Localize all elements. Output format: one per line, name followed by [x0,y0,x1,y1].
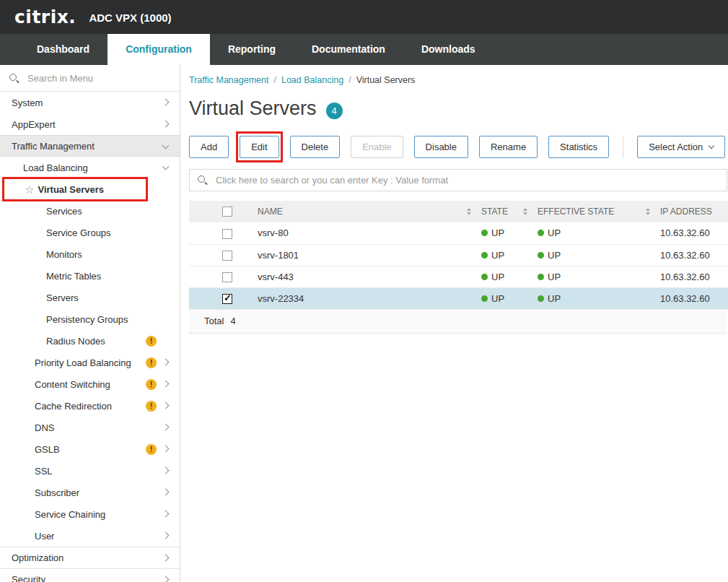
sidebar-search [0,65,180,92]
sidebar-item-service-groups[interactable]: Service Groups [0,222,180,243]
sidebar-item-security[interactable]: Security [0,568,180,582]
column-header-inner: STATE [481,207,538,217]
sort-icon[interactable] [467,208,471,215]
row-checkbox-cell [189,266,258,287]
breadcrumb-current: Virtual Servers [356,75,416,85]
sidebar-item-dns[interactable]: DNS [0,417,180,438]
select-action-button[interactable]: Select Action [637,136,725,158]
select-all-checkbox[interactable] [222,207,232,217]
sidebar-item-label: Security [12,574,45,582]
toolbar-button-wrap: Delete [290,136,341,158]
sidebar-item-optimization[interactable]: Optimization [0,547,180,568]
row-checkbox[interactable] [222,229,232,239]
sidebar-item-services[interactable]: Services [0,200,180,222]
edit-button[interactable]: Edit [240,136,279,158]
sidebar-item-label: Traffic Management [12,141,95,152]
state-indicator: UP [538,227,660,238]
sidebar-item-label: Content Switching [35,379,110,390]
chevron-right-icon [162,446,170,453]
sidebar-item-traffic-management[interactable]: Traffic Management [0,135,180,157]
table-row-vsrv-1801[interactable]: vsrv-1801UPUP10.63.32.60 [189,244,728,266]
state-indicator: UP [481,272,538,282]
table-search-input[interactable] [214,174,719,186]
status-up-dot [481,295,488,302]
disable-button[interactable]: Disable [414,136,468,158]
main-content: Traffic Management/Load Balancing/Virtua… [180,65,728,582]
sidebar-item-label: User [35,531,54,542]
nav-tabs: DashboardConfigurationReportingDocumenta… [0,34,728,65]
count-badge: 4 [326,103,343,119]
chevron-right-icon [162,532,170,539]
breadcrumb-link-load-balancing[interactable]: Load Balancing [281,75,343,85]
statistics-button[interactable]: Statistics [548,136,609,158]
sidebar-item-monitors[interactable]: Monitors [0,243,180,265]
sidebar-item-servers[interactable]: Servers [0,287,180,308]
sidebar-item-persistency-groups[interactable]: Persistency Groups [0,308,180,330]
sidebar-item-label: Optimization [12,552,63,563]
sidebar-item-label: Service Groups [46,227,111,238]
sidebar-item-content-switching[interactable]: Content Switching! [0,373,180,395]
sidebar-item-system[interactable]: System [0,92,180,113]
row-checkbox[interactable] [222,294,232,304]
tab-documentation[interactable]: Documentation [294,34,403,65]
menu-search-input[interactable] [26,72,171,84]
warning-icon: ! [146,401,157,412]
breadcrumb-link-traffic-management[interactable]: Traffic Management [189,75,268,85]
column-header-state: STATE [481,201,538,222]
sidebar-item-gslb[interactable]: GSLB! [0,438,180,460]
rename-button[interactable]: Rename [479,136,538,158]
tab-reporting[interactable]: Reporting [210,34,294,65]
enable-button: Enable [351,136,403,158]
row-checkbox[interactable] [222,251,232,261]
appliance-title: ADC VPX (1000) [89,12,171,24]
sidebar-item-subscriber[interactable]: Subscriber [0,482,180,503]
column-header-inner: EFFECTIVE STATE [538,207,660,217]
sort-icon[interactable] [646,208,650,215]
sidebar-item-label: AppExpert [12,119,56,130]
sidebar-item-virtual-servers[interactable]: ☆Virtual Servers [0,178,180,200]
chevron-right-icon [162,99,170,106]
state-label: UP [491,250,504,261]
warning-icon: ! [146,379,157,390]
table-row-vsrv-80[interactable]: vsrv-80UPUP10.63.32.60 [189,222,728,244]
chevron-right-icon [162,511,170,518]
chevron-right-icon [162,489,170,496]
tab-downloads[interactable]: Downloads [403,34,494,65]
warning-icon: ! [146,336,157,347]
sort-icon[interactable] [523,208,527,215]
cell-name: vsrv-443 [258,266,481,287]
add-button[interactable]: Add [189,136,229,158]
top-header-bar: citrix. ADC VPX (1000) [0,0,728,34]
delete-button[interactable]: Delete [290,136,341,158]
sidebar-item-metric-tables[interactable]: Metric Tables [0,265,180,287]
sidebar-item-load-balancing[interactable]: Load Balancing [0,157,180,178]
warning-icon: ! [146,357,157,368]
tab-dashboard[interactable]: Dashboard [19,34,108,65]
sidebar-item-cache-redirection[interactable]: Cache Redirection! [0,395,180,417]
chevron-right-icon [162,381,170,388]
status-up-dot [481,230,488,236]
sidebar-item-appexpert[interactable]: AppExpert [0,113,180,135]
table-row-vsrv-22334[interactable]: vsrv-22334UPUP10.63.32.60 [189,287,728,309]
favorite-star-icon[interactable]: ☆ [25,184,34,195]
sidebar-item-label: Servers [46,292,79,303]
tab-configuration[interactable]: Configuration [108,34,210,65]
sidebar-item-user[interactable]: User [0,525,180,547]
state-label: UP [548,272,561,282]
row-checkbox[interactable] [222,272,232,282]
sidebar-item-service-chaining[interactable]: Service Chaining [0,503,180,525]
sidebar-item-label: DNS [35,422,54,433]
title-row: Virtual Servers 4 [189,97,728,120]
cell-state: UP [481,287,538,309]
sidebar-item-priority-load-balancing[interactable]: Priority Load Balancing! [0,352,180,373]
sidebar-item-radius-nodes[interactable]: Radius Nodes! [0,330,180,352]
state-indicator: UP [538,250,660,261]
sidebar-item-label: Metric Tables [46,271,101,282]
sidebar-item-label: Service Chaining [35,509,105,520]
sidebar-item-ssl[interactable]: SSL [0,460,180,482]
status-up-dot [538,230,544,236]
toolbar-separator [623,136,623,158]
table-row-vsrv-443[interactable]: vsrv-443UPUP10.63.32.60 [189,266,728,287]
cell-ip-address: 10.63.32.60 [660,287,728,309]
column-header-inner: IP ADDRESS [660,207,728,217]
